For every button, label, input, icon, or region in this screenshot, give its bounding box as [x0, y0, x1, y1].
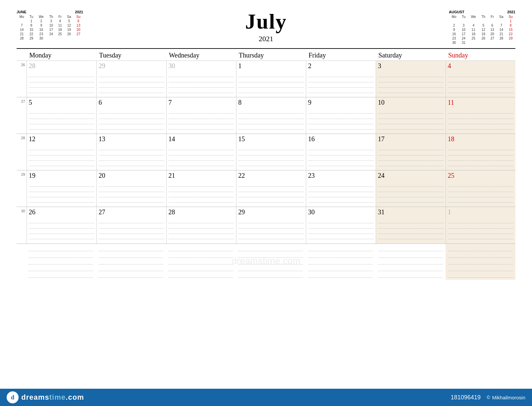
day-lines [448, 108, 514, 130]
day-cell[interactable]: 1 [446, 207, 515, 244]
mini-cal-cell: 6 [74, 19, 83, 23]
day-cell[interactable]: 26 [27, 207, 96, 244]
mini-cal-cell: 27 [74, 32, 83, 36]
mini-cal-cell: 10 [459, 28, 468, 32]
day-line [448, 77, 514, 82]
day-cell[interactable]: 15 [236, 134, 306, 170]
day-cell[interactable]: 4 [446, 61, 515, 97]
notes-line [378, 258, 443, 264]
june-th-mo: Mo [17, 15, 27, 19]
copyright-icon: © [487, 395, 490, 400]
day-number: 24 [378, 172, 444, 179]
day-cell[interactable]: 21 [166, 170, 236, 207]
day-line [29, 124, 94, 130]
day-cell[interactable]: 6 [96, 97, 166, 134]
notes-line [378, 265, 443, 271]
day-line [308, 124, 374, 130]
mini-cal-cell: 30 [36, 36, 47, 41]
day-line [448, 108, 514, 114]
day-cell[interactable]: 16 [306, 134, 376, 170]
footer-logo-text: dreamstime.com [21, 393, 84, 402]
day-line [238, 155, 304, 161]
day-number: 14 [169, 135, 234, 143]
day-cell[interactable]: 13 [96, 134, 166, 170]
day-cell[interactable]: 17 [376, 134, 446, 170]
day-lines [308, 145, 374, 166]
day-lines [378, 218, 444, 239]
day-line [308, 77, 374, 82]
mini-cal-cell [506, 41, 515, 45]
day-cell[interactable]: 28 [166, 207, 236, 244]
day-cell[interactable]: 10 [376, 97, 446, 134]
day-cell[interactable]: 22 [236, 170, 306, 207]
day-line [169, 234, 234, 239]
day-cell[interactable]: 9 [306, 97, 376, 134]
day-cell[interactable]: 8 [236, 97, 306, 134]
day-cell[interactable]: 5 [27, 97, 96, 134]
day-line [29, 88, 94, 93]
day-cell[interactable]: 18 [446, 134, 515, 170]
mini-cal-cell: 28 [17, 36, 27, 41]
day-cell[interactable]: 24 [376, 170, 446, 207]
day-cell[interactable]: 7 [166, 97, 236, 134]
day-line [169, 150, 234, 155]
day-number: 20 [99, 172, 164, 179]
notes-week-gap [17, 244, 26, 280]
mini-cal-cell [65, 36, 74, 41]
day-lines [448, 72, 514, 93]
day-cell[interactable]: 30 [306, 207, 376, 244]
notes-line [238, 252, 303, 258]
header-wednesday: Wednesday [166, 49, 236, 61]
day-cell[interactable]: 12 [27, 134, 96, 170]
august-title: AUGUST [449, 10, 464, 14]
day-lines [378, 145, 444, 166]
june-th-th: Th [47, 15, 56, 19]
day-line [448, 187, 514, 192]
notes-col-6 [375, 244, 445, 280]
day-cell[interactable]: 2 [306, 61, 376, 97]
mini-cal-cell: 26 [65, 32, 74, 36]
day-line [238, 234, 304, 239]
week-number: 30 [17, 207, 27, 244]
day-lines [238, 108, 304, 130]
day-line [169, 88, 234, 93]
day-cell[interactable]: 28 [27, 61, 96, 97]
day-line [169, 119, 234, 124]
day-cell[interactable]: 20 [96, 170, 166, 207]
day-cell[interactable]: 1 [236, 61, 306, 97]
day-line [448, 155, 514, 161]
day-line [99, 192, 164, 197]
calendar-page: JUNE 2021 Mo Tu We Th Fr Sa Su 123456 [10, 0, 522, 283]
aug-th-we: We [468, 15, 479, 19]
day-number: 28 [29, 62, 94, 70]
mini-cal-cell: 19 [479, 32, 488, 36]
day-cell[interactable]: 31 [376, 207, 446, 244]
day-lines [169, 145, 234, 166]
day-cell[interactable]: 27 [96, 207, 166, 244]
day-line [29, 229, 94, 234]
day-line [238, 187, 304, 192]
mini-cal-cell [468, 19, 479, 23]
day-cell[interactable]: 14 [166, 134, 236, 170]
day-cell[interactable]: 23 [306, 170, 376, 207]
day-cell[interactable]: 3 [376, 61, 446, 97]
day-cell[interactable]: 29 [96, 61, 166, 97]
mini-cal-cell: 24 [47, 32, 56, 36]
day-number: 30 [308, 208, 374, 216]
day-line [378, 229, 444, 234]
day-line [308, 161, 374, 166]
mini-cal-cell: 17 [459, 32, 468, 36]
day-cell[interactable]: 11 [446, 97, 515, 134]
day-cell[interactable]: 30 [166, 61, 236, 97]
day-line [238, 218, 304, 223]
footer-image-id: 181096419 [451, 394, 481, 401]
day-number: 2 [308, 62, 374, 70]
day-cell[interactable]: 19 [27, 170, 96, 207]
footer-right: 181096419 © Mikhailmorosin [451, 394, 525, 401]
day-cell[interactable]: 29 [236, 207, 306, 244]
day-line [308, 197, 374, 203]
day-cell[interactable]: 25 [446, 170, 515, 207]
day-line [169, 192, 234, 197]
mini-cal-cell: 29 [27, 36, 36, 41]
day-lines [99, 218, 164, 239]
